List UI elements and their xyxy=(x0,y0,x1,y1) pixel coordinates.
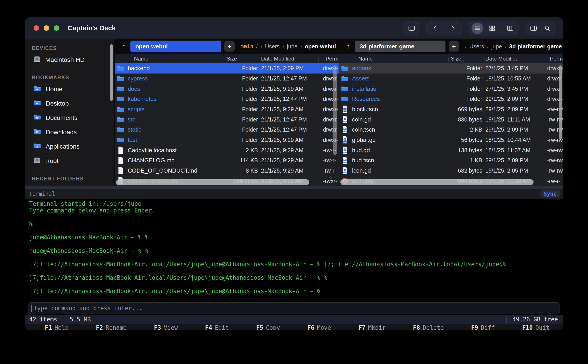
terminal-line: jupe@Athanasioss-MacBook-Air ~ % % xyxy=(29,247,563,254)
fkey-f2[interactable]: F2Rename xyxy=(96,324,127,330)
file-row[interactable]: Caddyfile.localhost2 KB21/1/25, 9:29 AM-… xyxy=(115,145,339,155)
terminal-output[interactable]: Terminal started in: /Users/jupeType com… xyxy=(25,199,563,301)
file-row[interactable]: docsFolder21/1/25, 9:29 AMdrwxr- xyxy=(115,84,339,94)
fkey-f7[interactable]: F7Mkdir xyxy=(358,324,386,330)
status-left: 42 items 5,5 MB xyxy=(29,316,91,323)
pane-tab[interactable]: 3d-platformer-game xyxy=(355,41,446,52)
file-row[interactable]: SCENEcoin.tscn2 KB29/1/25, 2:09 PM-rw-rw xyxy=(339,125,563,135)
fkey-f4[interactable]: F4Edit xyxy=(205,324,229,330)
fkey-f3[interactable]: F3View xyxy=(154,324,178,330)
file-row[interactable]: ResourcesFolder29/1/25, 2:09 PMdrwxr- xyxy=(339,94,563,104)
file-row[interactable]: kubernetesFolder21/1/25, 12:47 PMdrwxr- xyxy=(115,94,339,104)
column-header-Perm[interactable]: Perm xyxy=(543,56,563,62)
toolbar-group xyxy=(525,21,556,35)
list-view-icon[interactable] xyxy=(472,22,483,34)
pane-tab[interactable]: open-webui xyxy=(130,41,221,52)
preview-panel-icon[interactable] xyxy=(529,23,538,33)
sidebar-item-label: Home xyxy=(46,86,63,93)
sidebar-item-desktop[interactable]: Desktop xyxy=(25,96,114,111)
close-button[interactable] xyxy=(34,25,39,31)
file-row[interactable]: addonsFolder27/1/25, 3:45 PMdrwxr- xyxy=(339,63,563,73)
sidebar-scrollbar[interactable] xyxy=(110,44,113,101)
file-row[interactable]: GDSCRIPTcoin.gd830 bytes18/1/25, 11:11 A… xyxy=(339,114,563,125)
sync-button[interactable]: Sync xyxy=(541,190,560,198)
file-name: static xyxy=(126,126,224,133)
zoom-button[interactable] xyxy=(54,25,59,31)
file-date-modified: 27/1/25, 3:45 PM xyxy=(484,86,543,92)
column-header-Name[interactable]: Name xyxy=(351,56,448,62)
vertical-scrollbar[interactable] xyxy=(333,65,337,155)
pane-bottom-strip xyxy=(25,186,563,189)
command-input-wrap xyxy=(28,302,560,314)
file-row[interactable]: CHANGELOG.md114 KB21/1/25, 9:29 AM-rw-r- xyxy=(115,155,339,166)
file-row[interactable]: srcFolder21/1/25, 12:47 PMdrwxr- xyxy=(115,114,339,125)
file-name: hud.tscn xyxy=(351,157,448,164)
file-row[interactable]: staticFolder21/1/25, 12:47 PMdrwxr- xyxy=(115,125,339,135)
file-row[interactable]: cypressFolder21/1/25, 12:47 PMdrwxr- xyxy=(115,73,339,84)
column-header-Date Modified[interactable]: Date Modified xyxy=(260,56,318,62)
back-icon[interactable] xyxy=(430,23,440,33)
fkey-f6[interactable]: F6Move xyxy=(307,324,331,330)
vertical-scrollbar[interactable] xyxy=(559,65,562,139)
sidebar-toggle-icon[interactable] xyxy=(407,23,417,33)
breadcrumb-item[interactable]: jupe xyxy=(287,43,297,50)
file-row[interactable]: testFolder21/1/25, 9:29 AMdrwxr- xyxy=(115,135,339,145)
fkey-f9[interactable]: F9Diff xyxy=(471,324,495,330)
fkey-f1[interactable]: F1Help xyxy=(45,324,69,330)
columns-view-icon[interactable] xyxy=(505,23,515,33)
breadcrumb-item[interactable]: Users xyxy=(265,43,279,50)
forward-icon[interactable] xyxy=(448,23,458,33)
search-icon[interactable] xyxy=(543,23,552,33)
file-date-modified: 21/1/25, 9:29 AM xyxy=(260,167,318,174)
up-directory-icon[interactable]: ↑ xyxy=(344,42,352,51)
minimize-button[interactable] xyxy=(44,25,49,31)
grid-view-icon[interactable] xyxy=(487,23,497,33)
file-name: cypress xyxy=(126,75,224,82)
command-input[interactable] xyxy=(33,305,560,312)
horizontal-scrollbar[interactable] xyxy=(116,179,309,185)
file-row[interactable]: SCENEblock.tscn669 bytes29/1/25, 2:09 PM… xyxy=(339,104,563,115)
up-directory-icon[interactable]: ↑ xyxy=(120,42,128,51)
column-header-Size[interactable]: Size xyxy=(224,56,260,62)
column-header-Size[interactable]: Size xyxy=(448,56,484,62)
file-row[interactable]: installationFolder27/1/25, 3:45 PMdrwxr- xyxy=(339,84,563,94)
new-tab-button[interactable]: + xyxy=(449,41,459,52)
column-header-Name[interactable]: Name xyxy=(126,56,224,62)
file-permissions: -rw-rw xyxy=(543,167,563,174)
new-tab-button[interactable]: + xyxy=(224,41,235,52)
sidebar-item-macintosh-hd[interactable]: Macintosh HD xyxy=(25,53,114,67)
column-header-Perm[interactable]: Perm xyxy=(318,56,339,62)
fkey-key: F5 xyxy=(256,324,263,330)
file-row[interactable]: GDSCRIPTglobal.gd56 bytes18/1/25, 10:44 … xyxy=(339,135,563,145)
terminal-line: % xyxy=(29,221,563,227)
fkey-label: View xyxy=(164,324,178,330)
file-name: Assets xyxy=(351,75,448,82)
file-row[interactable]: SCENEhud.tscn1 KB29/1/25, 2:09 PM-rw-rw xyxy=(339,155,563,166)
fkey-f8[interactable]: F8Delete xyxy=(413,324,444,330)
sidebar-item-root[interactable]: Root xyxy=(25,154,114,168)
breadcrumb-item[interactable]: Users xyxy=(469,43,484,50)
file-name: coin.tscn xyxy=(351,126,448,133)
folder-home-icon xyxy=(33,85,41,93)
file-row[interactable]: CODE_OF_CONDUCT.md8 KB21/1/25, 9:29 AM-r… xyxy=(115,166,339,176)
fkey-f5[interactable]: F5Copy xyxy=(256,324,280,330)
breadcrumb-item[interactable]: jupe xyxy=(491,43,502,50)
sidebar-item-applications[interactable]: Applications xyxy=(25,139,114,154)
file-size: Folder xyxy=(224,126,260,133)
terminal-line: jupe@Athanasioss-MacBook-Air ~ % % xyxy=(29,234,563,241)
horizontal-scrollbar[interactable] xyxy=(340,179,534,185)
column-header-Date Modified[interactable]: Date Modified xyxy=(484,56,543,62)
sidebar-item-documents[interactable]: Documents xyxy=(25,111,114,125)
file-date-modified: 21/1/25, 9:29 AM xyxy=(260,137,318,143)
sidebar-item-downloads[interactable]: Downloads xyxy=(25,125,114,139)
file-permissions: -rw-r- xyxy=(543,178,563,184)
sidebar-item-home[interactable]: Home xyxy=(25,82,114,96)
svg-text:GDSCRIPT: GDSCRIPT xyxy=(343,172,347,173)
file-row[interactable]: AssetsFolder18/1/25, 10:55 AMdrwxr- xyxy=(339,73,563,84)
file-row[interactable]: GDSCRIPThud.gd138 bytes18/1/25, 11:07 AM… xyxy=(339,145,563,155)
folder-documents-icon xyxy=(33,114,41,122)
file-row[interactable]: GDSCRIPTicon.gd682 bytes15/1/25, 2:05 PM… xyxy=(339,166,563,176)
fkey-f10[interactable]: F10Quit xyxy=(522,324,549,330)
file-row[interactable]: scriptsFolder21/1/25, 9:29 AMdrwxr- xyxy=(115,104,339,115)
file-row[interactable]: backendFolder21/1/25, 2:09 PMdrwxr- xyxy=(115,63,339,73)
